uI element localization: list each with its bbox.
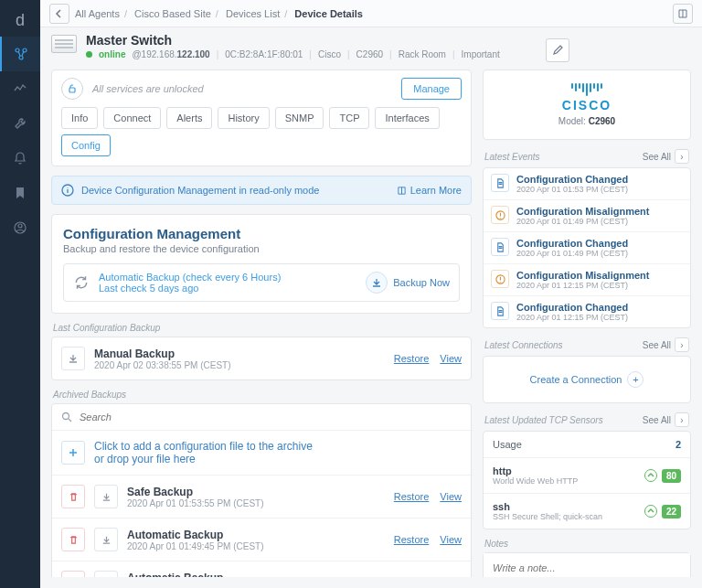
crumb-agents[interactable]: All Agents xyxy=(75,8,120,19)
crumb-site[interactable]: Cisco Based Site xyxy=(134,8,211,19)
status-up-icon xyxy=(644,469,657,482)
tab-alerts[interactable]: Alerts xyxy=(166,107,212,129)
svg-rect-5 xyxy=(69,88,75,92)
sensor-sub: World Wide Web HTTP xyxy=(493,476,578,486)
chevron-right-icon: › xyxy=(675,149,689,164)
nav-tools-icon[interactable] xyxy=(0,106,40,141)
download-icon[interactable] xyxy=(61,347,85,370)
event-title: Configuration Changed xyxy=(516,174,628,185)
back-button[interactable] xyxy=(49,4,69,24)
backup-title: Automatic Backup xyxy=(127,572,264,578)
archived-label: Archived Backups xyxy=(53,390,472,400)
download-icon[interactable] xyxy=(94,528,118,551)
banner-text: Device Configuration Management in read-… xyxy=(81,185,319,196)
auto-backup-sub: Last check 5 days ago xyxy=(99,283,281,294)
tab-interfaces[interactable]: Interfaces xyxy=(375,107,439,129)
restore-link[interactable]: Restore xyxy=(394,534,430,545)
usage-label: Usage xyxy=(493,439,522,450)
tab-history[interactable]: History xyxy=(218,107,269,129)
nav-activity-icon[interactable] xyxy=(0,71,40,106)
last-backup-label: Last Configuration Backup xyxy=(53,323,472,333)
last-backup-card: Manual Backup 2020 Apr 02 03:38:55 PM (C… xyxy=(51,337,472,380)
refresh-icon xyxy=(73,274,90,291)
services-text: All services are unlocked xyxy=(92,83,204,94)
plus-icon xyxy=(61,441,85,465)
download-icon[interactable] xyxy=(94,571,118,577)
device-ip: @192.168.122.100 xyxy=(132,49,209,59)
restore-link[interactable]: Restore xyxy=(394,353,430,364)
tab-tcp[interactable]: TCP xyxy=(329,107,369,129)
delete-icon[interactable] xyxy=(61,528,85,551)
drop-zone[interactable]: Click to add a configuration file to the… xyxy=(52,431,471,476)
event-title: Configuration Misalignment xyxy=(516,270,649,281)
plus-icon: + xyxy=(627,371,644,388)
events-seeall-link[interactable]: See All› xyxy=(643,149,689,164)
view-link[interactable]: View xyxy=(440,534,462,545)
nav-user-icon[interactable] xyxy=(0,210,40,245)
search-input[interactable] xyxy=(80,412,462,422)
notes-card xyxy=(483,552,691,577)
view-link[interactable]: View xyxy=(440,353,462,364)
nav-bookmark-icon[interactable] xyxy=(0,176,40,210)
event-title: Configuration Misalignment xyxy=(516,206,649,217)
tabs: Info Connect Alerts History SNMP TCP Int… xyxy=(52,107,471,166)
device-header: Master Switch online @192.168.122.100 |0… xyxy=(40,27,702,69)
tcp-seeall-link[interactable]: See All› xyxy=(643,412,689,427)
document-icon xyxy=(491,174,509,192)
device-icon xyxy=(51,35,77,53)
info-icon xyxy=(61,184,74,197)
breadcrumb: All Agents/ Cisco Based Site/ Devices Li… xyxy=(75,8,363,19)
brand-model: Model: C2960 xyxy=(496,116,677,126)
device-name: Master Switch xyxy=(86,33,500,48)
crumb-devices[interactable]: Devices List xyxy=(226,8,280,19)
backup-now-button[interactable]: Backup Now xyxy=(366,272,450,294)
sensor-row[interactable]: sshSSH Secure Shell; quick-scan 22 xyxy=(484,494,690,529)
sidebar: d xyxy=(0,0,40,588)
cm-subtitle: Backup and restore the device configurat… xyxy=(63,243,460,254)
event-row[interactable]: Configuration Misalignment2020 Apr 01 01… xyxy=(484,200,690,232)
device-tag: Important xyxy=(462,49,500,59)
create-connection-button[interactable]: Create a Connection + xyxy=(484,357,690,402)
tab-snmp[interactable]: SNMP xyxy=(275,107,324,129)
conn-seeall-link[interactable]: See All› xyxy=(643,337,689,352)
tab-config[interactable]: Config xyxy=(61,134,111,156)
help-button[interactable] xyxy=(673,4,693,24)
brand-name: CISCO xyxy=(496,98,677,112)
events-title: Latest Events See All› xyxy=(484,149,689,164)
device-mac: 0C:B2:8A:1F:80:01 xyxy=(225,49,303,59)
edit-button[interactable] xyxy=(546,38,569,62)
backup-date: 2020 Apr 01 01:53:55 PM (CEST) xyxy=(127,498,264,508)
restore-link[interactable]: Restore xyxy=(394,491,430,502)
sensor-name: ssh xyxy=(493,501,602,512)
delete-icon[interactable] xyxy=(61,571,85,577)
manage-button[interactable]: Manage xyxy=(401,78,462,100)
tab-info[interactable]: Info xyxy=(61,107,98,129)
svg-point-2 xyxy=(19,56,23,59)
event-row[interactable]: Configuration Changed2020 Apr 01 01:53 P… xyxy=(484,168,690,200)
event-row[interactable]: Configuration Changed2020 Apr 01 12:15 P… xyxy=(484,296,690,327)
event-date: 2020 Apr 01 12:15 PM (CEST) xyxy=(516,313,628,322)
backup-date: 2020 Apr 01 01:49:45 PM (CEST) xyxy=(127,541,264,551)
events-card: Configuration Changed2020 Apr 01 01:53 P… xyxy=(483,167,691,328)
unlock-icon xyxy=(61,78,83,100)
download-icon[interactable] xyxy=(94,485,118,508)
conn-card: Create a Connection + xyxy=(483,356,691,403)
learn-more-link[interactable]: Learn More xyxy=(397,185,462,196)
backup-date: 2020 Apr 02 03:38:55 PM (CEST) xyxy=(94,360,231,370)
note-input[interactable] xyxy=(484,553,690,577)
device-room: Rack Room xyxy=(399,49,446,59)
delete-icon[interactable] xyxy=(61,485,85,508)
nav-alerts-icon[interactable] xyxy=(0,141,40,176)
event-row[interactable]: Configuration Changed2020 Apr 01 01:49 P… xyxy=(484,232,690,264)
svg-point-4 xyxy=(18,224,22,228)
sensor-row[interactable]: httpWorld Wide Web HTTP 80 xyxy=(484,458,690,494)
event-date: 2020 Apr 01 01:49 PM (CEST) xyxy=(516,217,649,226)
services-card: All services are unlocked Manage Info Co… xyxy=(51,69,472,166)
document-icon xyxy=(491,302,509,320)
tab-connect[interactable]: Connect xyxy=(103,107,161,129)
nav-topology-icon[interactable] xyxy=(0,37,40,71)
cm-title: Configuration Management xyxy=(63,226,460,241)
warning-icon xyxy=(491,206,509,224)
event-row[interactable]: Configuration Misalignment2020 Apr 01 12… xyxy=(484,264,690,296)
view-link[interactable]: View xyxy=(440,491,462,502)
